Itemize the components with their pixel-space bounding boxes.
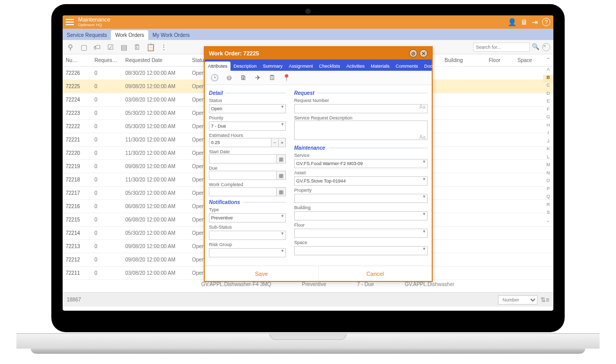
- toolbar: ⚲ ▢ 🏷 ☑ ▤ 🗓 📋 ⋮ 🔍 ✕: [63, 40, 553, 54]
- filter-icon[interactable]: ⚲: [66, 43, 75, 52]
- header-icons: 👤 🖥 ⇥ ?: [508, 18, 550, 26]
- tab-work-orders[interactable]: Work Orders: [111, 30, 148, 40]
- table-row[interactable]: 72225009/08/20 12:00:00 AMOpen: [63, 80, 553, 93]
- calendar-icon[interactable]: 🗓: [132, 43, 142, 52]
- alpha-scroll-down[interactable]: ⌄: [543, 218, 553, 226]
- table-row[interactable]: 72219009/08/20 12:00:00 AMOpen: [63, 160, 553, 173]
- alpha-letter-f[interactable]: F: [543, 107, 553, 115]
- alpha-letter-p[interactable]: P: [543, 186, 553, 194]
- alpha-letter-e[interactable]: E: [543, 98, 553, 107]
- folder-icon[interactable]: ▢: [79, 43, 88, 52]
- col-requests[interactable]: Reques…: [91, 57, 122, 63]
- user-icon[interactable]: 👤: [508, 18, 516, 26]
- alpha-letter-n[interactable]: N: [543, 170, 553, 178]
- help-icon[interactable]: ?: [542, 18, 550, 26]
- app-title: Maintenance: [78, 17, 110, 23]
- alpha-letter-a[interactable]: A: [543, 67, 553, 75]
- search-icon[interactable]: 🔍: [532, 43, 540, 51]
- row-count: 18867: [67, 297, 81, 302]
- table-row[interactable]: 72221011/30/20 12:00:00 AMOpen: [63, 133, 553, 147]
- table-row[interactable]: 72215006/08/20 12:00:00 AMOpen: [63, 213, 553, 227]
- alpha-scroll-up[interactable]: ⌃: [543, 57, 553, 64]
- alpha-strip: ABCDEFGHIJKLMNOPQRS⌄: [543, 67, 553, 226]
- alpha-letter-m[interactable]: M: [543, 162, 553, 170]
- table-row[interactable]: 72213009/08/20 12:00:00 AMOpen: [63, 240, 553, 253]
- table-row[interactable]: 72211003/08/20 12:00:00 AMOpen: [63, 267, 553, 280]
- monitor-icon[interactable]: 🖥: [521, 18, 528, 26]
- alpha-letter-r[interactable]: R: [543, 202, 553, 210]
- col-building[interactable]: Building: [441, 57, 486, 63]
- col-requested-date[interactable]: Requested Date: [122, 57, 189, 63]
- alpha-letter-b[interactable]: B: [543, 75, 553, 83]
- laptop-frame: Maintenance Optimum HQ 👤 🖥 ⇥ ? Service R…: [51, 4, 565, 332]
- alpha-letter-l[interactable]: L: [543, 154, 553, 163]
- alpha-letter-g[interactable]: G: [543, 114, 553, 123]
- list-icon[interactable]: ▤: [119, 43, 128, 52]
- table-row[interactable]: 72216006/08/20 12:00:00 AMOpen: [63, 200, 553, 213]
- table-row[interactable]: 72218011/30/20 12:00:00 AMOpen: [63, 173, 553, 187]
- search-input[interactable]: [473, 43, 530, 52]
- sort-config-icon[interactable]: ⇅≡: [541, 296, 549, 304]
- alpha-letter-k[interactable]: K: [543, 146, 553, 154]
- laptop-base-top: [16, 333, 600, 349]
- laptop-notch: [270, 334, 346, 340]
- app-header: Maintenance Optimum HQ 👤 🖥 ⇥ ?: [63, 15, 553, 29]
- more-icon[interactable]: ⋮: [159, 43, 168, 52]
- table-row[interactable]: 72212009/08/20 12:00:00 AMOpen: [63, 253, 553, 267]
- sort-select[interactable]: Number: [498, 295, 537, 305]
- alpha-letter-h[interactable]: H: [543, 123, 553, 131]
- table-row[interactable]: 72224003/08/20 12:00:00 AMOpen: [63, 93, 553, 107]
- check-icon[interactable]: ☑: [106, 43, 115, 52]
- grid-header: Nu… Reques… Requested Date Status Buildi…: [63, 54, 553, 67]
- export-icon[interactable]: ⇥: [532, 18, 538, 26]
- alpha-letter-i[interactable]: I: [543, 130, 553, 138]
- alpha-letter-o[interactable]: O: [543, 178, 553, 186]
- camera-dot: [305, 9, 311, 14]
- tab-service-requests[interactable]: Service Requests: [63, 30, 111, 40]
- menu-icon[interactable]: [66, 19, 74, 25]
- col-status[interactable]: Status: [189, 57, 215, 63]
- table-row[interactable]: 72222005/30/20 12:00:00 AMOpen: [63, 120, 553, 133]
- col-number[interactable]: Nu…: [63, 57, 91, 63]
- table-row[interactable]: 72217005/30/20 12:00:00 AMOpen: [63, 187, 553, 200]
- app-title-block: Maintenance Optimum HQ: [78, 17, 110, 27]
- table-row[interactable]: 72220011/30/20 12:00:00 AMOpen: [63, 147, 553, 160]
- tag-icon[interactable]: 🏷: [92, 43, 102, 52]
- context-tabs: Service Requests Work Orders My Work Ord…: [63, 29, 553, 40]
- table-row[interactable]: 72223005/30/20 12:00:00 AMOpen: [63, 107, 553, 120]
- tab-my-work-orders[interactable]: My Work Orders: [148, 30, 194, 40]
- alpha-letter-d[interactable]: D: [543, 91, 553, 99]
- col-floor[interactable]: Floor: [486, 57, 514, 63]
- clear-search-icon[interactable]: ✕: [542, 43, 550, 51]
- table-row[interactable]: 72226008/30/20 12:00:00 AMOpen: [63, 67, 553, 80]
- clipboard-icon[interactable]: 📋: [146, 43, 155, 52]
- alpha-letter-j[interactable]: J: [543, 138, 553, 147]
- laptop-base-bottom: [31, 349, 585, 354]
- col-space[interactable]: Space: [514, 57, 543, 63]
- search-box: 🔍 ✕: [473, 43, 550, 52]
- alpha-letter-q[interactable]: Q: [543, 194, 553, 202]
- alpha-letter-s[interactable]: S: [543, 210, 553, 218]
- grid-body: 72226008/30/20 12:00:00 AMOpen72225009/0…: [63, 67, 553, 292]
- app-subtitle: Optimum HQ: [78, 23, 110, 27]
- grid-footer: 18867 Number ⇅≡: [63, 292, 553, 307]
- table-row[interactable]: 72214005/30/20 12:00:00 AMOpen: [63, 227, 553, 240]
- app-screen: Maintenance Optimum HQ 👤 🖥 ⇥ ? Service R…: [63, 15, 553, 311]
- alpha-letter-c[interactable]: C: [543, 83, 553, 91]
